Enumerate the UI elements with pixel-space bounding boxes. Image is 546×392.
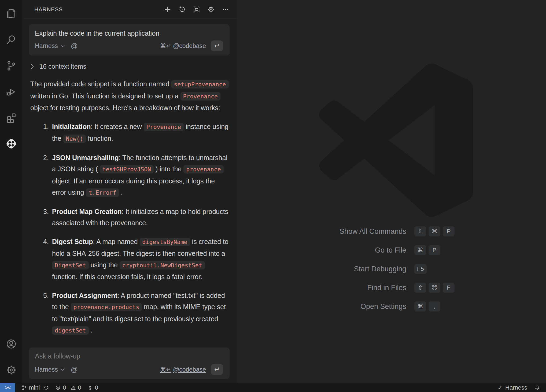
sidebar-item-harness[interactable] [0, 131, 23, 157]
keycap: ⌘ [429, 283, 440, 293]
panel-title: HARNESS [34, 6, 63, 13]
error-count: 0 [63, 384, 66, 391]
search-icon [5, 34, 17, 46]
chevron-down-icon [60, 368, 65, 371]
codebase-shortcut-hint[interactable]: ⌘↵@codebase [160, 42, 206, 50]
list-item-body: Initialization: It creates a new Provena… [52, 121, 230, 145]
run-debug-icon [5, 86, 17, 98]
text-segment: using the [89, 261, 120, 269]
sidebar-item-accounts[interactable] [0, 331, 23, 357]
text-segment: JSON Unmarshalling [52, 154, 119, 161]
return-icon: ↵ [214, 366, 220, 373]
keycap: F5 [414, 264, 427, 274]
check-icon: ✓ [498, 384, 503, 391]
sidebar-item-settings[interactable] [0, 357, 23, 383]
inline-code: DigestSet [52, 261, 89, 269]
remote-indicator[interactable]: >< [0, 383, 15, 392]
list-item-body: Product Assignment: A product named "tes… [52, 290, 230, 336]
branch-name: mini [29, 384, 40, 391]
sidebar-item-explorer[interactable] [0, 1, 23, 27]
followup-codebase-shortcut[interactable]: ⌘↵@codebase [160, 366, 206, 373]
git-branch-icon [21, 385, 27, 391]
extensions-icon [5, 112, 17, 124]
history-icon[interactable] [178, 5, 186, 13]
keycap: ⌘ [414, 245, 426, 255]
branch-status[interactable]: mini [21, 384, 49, 391]
model-dropdown[interactable]: Harness [35, 42, 65, 50]
send-button[interactable]: ↵ [211, 40, 223, 51]
error-icon [55, 385, 61, 391]
keycap: ⇧ [414, 226, 426, 236]
status-bar: >< mini 0 [0, 383, 546, 392]
ports-status[interactable]: 0 [87, 384, 98, 391]
expand-icon[interactable] [193, 5, 201, 13]
vscode-window: HARNESS [0, 0, 546, 392]
shortcut-row: Find in Files⇧⌘F [265, 278, 484, 297]
followup-box: Harness @ ⌘↵@codebase ↵ [29, 347, 230, 379]
list-item-number: 3. [43, 206, 52, 229]
shortcut-keys: ⇧⌘F [414, 283, 484, 293]
text-segment: function. [86, 135, 113, 142]
sidebar-item-source-control[interactable] [0, 53, 23, 79]
harness-status[interactable]: ✓ Harness [498, 384, 527, 391]
shortcut-label: Open Settings [265, 302, 406, 311]
shortcut-label: Go to File [265, 246, 406, 254]
mention-icon[interactable]: @ [71, 42, 78, 50]
source-control-icon [5, 60, 17, 72]
context-items-row[interactable]: 16 context items [30, 63, 238, 70]
list-item-body: Digest Setup: A map named digestsByName … [52, 236, 230, 283]
welcome-shortcuts: Show All Commands⇧⌘PGo to File⌘PStart De… [265, 222, 484, 316]
followup-toolbar: Harness @ ⌘↵@codebase ↵ [35, 364, 223, 375]
response-list-item: 1.Initialization: It creates a new Prove… [43, 121, 230, 145]
codebase-link: @codebase [173, 366, 206, 373]
sync-icon [43, 385, 49, 391]
problems-status[interactable]: 0 0 [55, 384, 81, 391]
inline-code: setupProvenance [171, 80, 228, 88]
text-segment: . [89, 326, 93, 334]
list-item-number: 5. [43, 290, 52, 336]
inline-code: Provenance [144, 123, 184, 131]
followup-model-dropdown[interactable]: Harness [35, 366, 65, 373]
text-segment: written in Go. This function is designed… [30, 92, 180, 100]
shortcut-keys: ⇧⌘P [414, 226, 484, 236]
list-item-body: JSON Unmarshalling: The function attempt… [52, 152, 230, 199]
ellipsis-icon[interactable] [222, 5, 230, 13]
text-segment: : It creates a new [91, 123, 143, 130]
shortcut-row: Open Settings⌘, [265, 297, 484, 316]
list-item-number: 2. [43, 152, 52, 199]
response-list-item: 3.Product Map Creation: It initializes a… [43, 206, 230, 229]
activity-bar-spacer [0, 157, 23, 331]
cmd-enter-hint: ⌘↵ [160, 42, 171, 49]
return-icon: ↵ [214, 42, 220, 50]
inline-code: provenance [183, 165, 223, 173]
shortcut-row: Go to File⌘P [265, 241, 484, 260]
activity-bar [0, 0, 23, 383]
user-message-text: Explain the code in the current applicat… [35, 29, 223, 37]
sidebar-item-search[interactable] [0, 27, 23, 53]
files-icon [5, 8, 17, 20]
sidebar-item-extensions[interactable] [0, 105, 23, 131]
harness-status-label: Harness [505, 384, 527, 391]
settings-gear-icon [5, 364, 17, 376]
chevron-right-icon [30, 64, 34, 69]
text-segment: . [119, 188, 123, 196]
shortcut-row: Show All Commands⇧⌘P [265, 222, 484, 241]
followup-mention-icon[interactable]: @ [71, 365, 78, 374]
followup-send-button[interactable]: ↵ [211, 364, 223, 375]
gear-icon[interactable] [207, 5, 215, 13]
new-chat-plus-icon[interactable] [164, 5, 172, 13]
text-segment: object for testing purposes. Here's a br… [30, 104, 220, 112]
sidebar-item-run-debug[interactable] [0, 79, 23, 105]
chevron-down-icon [60, 44, 65, 47]
inline-code: digestsByName [140, 238, 190, 246]
cmd-enter-hint: ⌘↵ [160, 366, 171, 373]
bell-icon[interactable] [534, 385, 540, 391]
text-segment: The provided code snippet is a function … [30, 80, 171, 88]
harness-panel: HARNESS [23, 0, 238, 383]
keycap: ⇧ [414, 283, 426, 293]
text-segment: ) into the [154, 165, 183, 173]
list-item-body: Product Map Creation: It initializes a m… [52, 206, 230, 229]
shortcut-keys: ⌘, [414, 301, 484, 312]
shortcut-label: Find in Files [265, 284, 406, 292]
followup-input[interactable] [35, 352, 223, 360]
